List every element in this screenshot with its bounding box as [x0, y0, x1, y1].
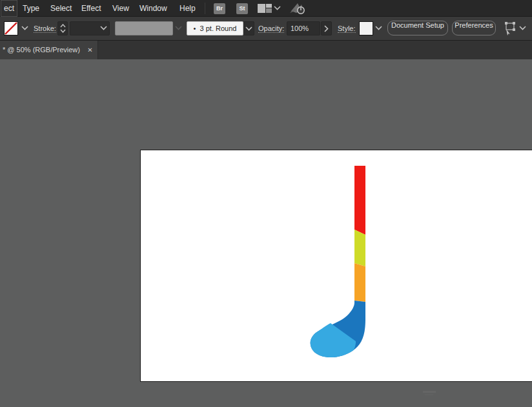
chevron-down-icon[interactable] — [100, 26, 107, 30]
document-tab[interactable]: * @ 50% (RGB/Preview) ✕ — [0, 41, 98, 59]
stick-segment-orange[interactable] — [354, 263, 365, 302]
control-bar: Stroke: • 3 pt. Round Opacity: 100% Styl… — [0, 17, 532, 41]
opacity-label[interactable]: Opacity: — [258, 25, 284, 33]
menu-item-window[interactable]: Window — [137, 0, 170, 17]
menu-item-type[interactable]: Type — [20, 0, 42, 17]
variable-width-profile-dropdown — [115, 21, 173, 35]
document-tab-title: * @ 50% (RGB/Preview) — [3, 41, 80, 59]
menu-bar: ect Type Select Effect View Window Help … — [0, 0, 532, 17]
close-icon[interactable]: ✕ — [85, 45, 95, 55]
chevron-down-icon — [175, 26, 182, 30]
menu-divider — [205, 3, 205, 14]
chevron-down-icon[interactable] — [519, 26, 526, 30]
canvas-artifact — [423, 391, 436, 393]
free-transform-icon[interactable] — [502, 21, 518, 35]
opacity-input[interactable]: 100% — [287, 21, 320, 35]
illustrator-window: ect Type Select Effect View Window Help … — [0, 0, 532, 407]
stock-badge-icon[interactable]: St — [236, 3, 248, 14]
chevron-down-icon[interactable] — [375, 26, 382, 30]
brush-name: 3 pt. Round — [200, 25, 237, 32]
stick-segment-red[interactable] — [354, 166, 365, 235]
gpu-performance-icon[interactable] — [289, 2, 307, 15]
menu-item-help[interactable]: Help — [177, 0, 198, 17]
artboard[interactable] — [140, 150, 532, 382]
stroke-label[interactable]: Stroke: — [34, 25, 56, 33]
menu-item-select[interactable]: Select — [48, 0, 74, 17]
stroke-weight-stepper[interactable] — [57, 21, 68, 35]
brush-definition-dropdown-button[interactable] — [243, 21, 254, 35]
graphic-style-swatch[interactable] — [359, 21, 373, 35]
chevron-down-icon[interactable] — [21, 26, 28, 30]
menu-item-effect[interactable]: Effect — [79, 0, 103, 17]
brush-definition-field[interactable]: • 3 pt. Round — [187, 21, 243, 35]
hockey-stick-illustration[interactable] — [141, 150, 532, 381]
document-setup-button[interactable]: Document Setup — [387, 21, 448, 35]
brush-bullet: • — [194, 25, 196, 32]
opacity-expand-button[interactable] — [321, 21, 332, 35]
canvas-artifact — [425, 394, 433, 395]
style-label[interactable]: Style: — [338, 25, 356, 33]
canvas-area[interactable] — [0, 59, 532, 407]
preferences-button[interactable]: Preferences — [452, 21, 496, 35]
stick-segment-lime[interactable] — [354, 230, 365, 266]
chevron-down-icon[interactable] — [274, 6, 281, 10]
bridge-badge-icon[interactable]: Br — [214, 3, 225, 14]
color-none-swatch[interactable] — [4, 21, 18, 35]
menu-item-object-partial[interactable]: ect — [1, 0, 17, 17]
workspace-layout-icon[interactable] — [258, 4, 272, 13]
menu-item-view[interactable]: View — [110, 0, 132, 17]
document-tab-bar: * @ 50% (RGB/Preview) ✕ — [0, 41, 532, 59]
